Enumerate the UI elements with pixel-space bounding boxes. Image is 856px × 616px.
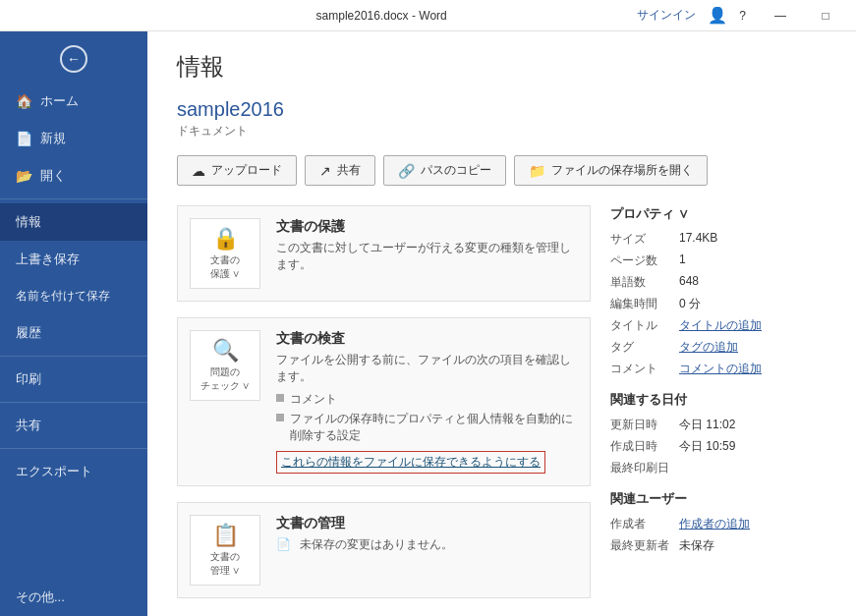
sections-row: 🔒 文書の保護 ∨ 文書の保護 この文書に対してユーザーが行える変更の種類を管理… [177, 205, 827, 614]
prop-tag-value[interactable]: タグの追加 [679, 339, 738, 356]
related-dates-list: 更新日時 今日 11:02 作成日時 今日 10:59 最終印刷日 [610, 417, 827, 476]
manage-icon-label: 文書の管理 ∨ [210, 550, 241, 578]
section-inspect: 🔍 問題のチェック ∨ 文書の検査 ファイルを公開する前に、ファイルの次の項目を… [177, 317, 591, 486]
sidebar-label-share: 共有 [16, 417, 41, 434]
prop-comment-label: コメント [610, 361, 679, 377]
prop-updated-label: 更新日時 [610, 417, 679, 433]
sidebar-label-new: 新規 [40, 130, 66, 147]
section-protect: 🔒 文書の保護 ∨ 文書の保護 この文書に対してユーザーが行える変更の種類を管理… [177, 205, 591, 302]
sidebar-item-new[interactable]: 📄 新規 [0, 120, 147, 157]
prop-lastmodified-value: 未保存 [679, 537, 714, 554]
bullet-comment: コメント [276, 391, 578, 408]
prop-size-label: サイズ [610, 231, 679, 248]
sidebar-item-info[interactable]: 情報 [0, 203, 147, 241]
prop-words-value: 648 [679, 274, 699, 291]
prop-author-label: 作成者 [610, 516, 679, 532]
sidebar-label-print: 印刷 [16, 370, 41, 388]
bullet-text-2: ファイルの保存時にプロパティと個人情報を自動的に削除する設定 [290, 411, 578, 444]
manage-icon-box[interactable]: 📋 文書の管理 ∨ [190, 515, 260, 586]
doc-type: ドキュメント [177, 123, 827, 140]
prop-created-value: 今日 10:59 [679, 438, 735, 455]
protect-desc: この文書に対してユーザーが行える変更の種類を管理します。 [276, 240, 578, 273]
minimize-button[interactable]: — [758, 0, 803, 31]
inspect-icon: 🔍 [212, 338, 239, 364]
protect-icon-box[interactable]: 🔒 文書の保護 ∨ [190, 218, 260, 289]
prop-title-label: タイトル [610, 317, 679, 334]
lock-icon: 🔒 [212, 226, 239, 252]
new-icon: 📄 [16, 131, 32, 146]
related-users-list: 作成者 作成者の追加 最終更新者 未保存 [610, 516, 827, 554]
folder-icon: 📁 [529, 163, 545, 179]
sidebar-item-save[interactable]: 上書き保存 [0, 241, 147, 278]
inspect-icon-box[interactable]: 🔍 問題のチェック ∨ [190, 330, 260, 401]
sidebar-item-other[interactable]: その他... [0, 579, 147, 616]
prop-lastmodified: 最終更新者 未保存 [610, 537, 827, 554]
prop-pages-label: ページ数 [610, 252, 679, 269]
share-label: 共有 [337, 162, 361, 179]
manage-title: 文書の管理 [276, 515, 578, 532]
prop-edittime-value: 0 分 [679, 296, 701, 312]
inspect-bullets: コメント ファイルの保存時にプロパティと個人情報を自動的に削除する設定 [276, 391, 578, 444]
properties-list: サイズ 17.4KB ページ数 1 単語数 648 編集時間 0 分 [610, 231, 827, 377]
sidebar-item-print[interactable]: 印刷 [0, 361, 147, 398]
sidebar-item-home[interactable]: 🏠 ホーム [0, 83, 147, 120]
sidebar-divider-1 [0, 198, 147, 199]
prop-edittime: 編集時間 0 分 [610, 296, 827, 312]
protect-icon-label: 文書の保護 ∨ [210, 253, 241, 281]
prop-title-value[interactable]: タイトルの追加 [679, 317, 762, 334]
copypath-button[interactable]: 🔗 パスのコピー [383, 155, 506, 186]
sidebar-label-export: エクスポート [16, 463, 92, 480]
inspect-desc: ファイルを公開する前に、ファイルの次の項目を確認します。 [276, 352, 578, 385]
sidebar-item-history[interactable]: 履歴 [0, 314, 147, 352]
titlebar-right: サインイン 👤 ? — □ [637, 0, 848, 31]
share-icon: ↗ [319, 163, 331, 179]
prop-author: 作成者 作成者の追加 [610, 516, 827, 532]
sidebar-item-export[interactable]: エクスポート [0, 453, 147, 490]
prop-pages: ページ数 1 [610, 252, 827, 269]
signin-button[interactable]: サインイン [637, 7, 696, 24]
sections-right: プロパティ ∨ サイズ 17.4KB ページ数 1 単語数 648 [610, 205, 827, 614]
titlebar: sample2016.docx - Word サインイン 👤 ? — □ [0, 0, 856, 31]
sidebar-item-share[interactable]: 共有 [0, 407, 147, 444]
help-button[interactable]: ? [739, 9, 746, 23]
link-icon: 🔗 [398, 163, 415, 179]
protect-content: 文書の保護 この文書に対してユーザーが行える変更の種類を管理します。 [276, 218, 578, 279]
sidebar-label-other: その他... [16, 588, 65, 606]
related-dates-title: 関連する日付 [610, 391, 827, 409]
sidebar: ← 🏠 ホーム 📄 新規 📂 開く 情報 上書き保存 名前を付けて保存 履歴 印 [0, 31, 147, 616]
sidebar-divider-3 [0, 402, 147, 403]
prop-tag: タグ タグの追加 [610, 339, 827, 356]
sidebar-label-info: 情報 [16, 213, 41, 231]
home-icon: 🏠 [16, 93, 32, 109]
prop-created: 作成日時 今日 10:59 [610, 438, 827, 455]
protect-title: 文書の保護 [276, 218, 578, 236]
prop-edittime-label: 編集時間 [610, 296, 679, 312]
prop-author-value[interactable]: 作成者の追加 [679, 516, 750, 532]
properties-title[interactable]: プロパティ ∨ [610, 205, 827, 223]
prop-words: 単語数 648 [610, 274, 827, 291]
sidebar-item-open[interactable]: 📂 開く [0, 157, 147, 195]
properties-label: プロパティ ∨ [610, 205, 689, 223]
bullet-autoprop: ファイルの保存時にプロパティと個人情報を自動的に削除する設定 [276, 411, 578, 444]
sidebar-label-saveas: 名前を付けて保存 [16, 288, 110, 305]
related-users-title: 関連ユーザー [610, 490, 827, 508]
restore-button[interactable]: □ [803, 0, 848, 31]
prop-comment: コメント コメントの追加 [610, 361, 827, 377]
manage-desc: 📄 未保存の変更はありません。 [276, 536, 578, 553]
share-button[interactable]: ↗ 共有 [305, 155, 375, 186]
inspect-icon-label: 問題のチェック ∨ [200, 365, 251, 393]
prop-updated-value: 今日 11:02 [679, 417, 735, 433]
prop-pages-value: 1 [679, 252, 686, 269]
sidebar-item-saveas[interactable]: 名前を付けて保存 [0, 278, 147, 314]
prop-tag-label: タグ [610, 339, 679, 356]
doc-name: sample2016 [177, 98, 827, 121]
save-info-link[interactable]: これらの情報をファイルに保存できるようにする [276, 451, 545, 474]
prop-lastprint-label: 最終印刷日 [610, 460, 679, 476]
openlocation-button[interactable]: 📁 ファイルの保存場所を開く [514, 155, 708, 186]
section-manage: 📋 文書の管理 ∨ 文書の管理 📄 未保存の変更はありません。 [177, 502, 591, 598]
upload-button[interactable]: ☁ アップロード [177, 155, 297, 186]
prop-comment-value[interactable]: コメントの追加 [679, 361, 762, 377]
back-button[interactable]: ← [0, 35, 147, 83]
sections-left: 🔒 文書の保護 ∨ 文書の保護 この文書に対してユーザーが行える変更の種類を管理… [177, 205, 591, 614]
action-buttons-row: ☁ アップロード ↗ 共有 🔗 パスのコピー 📁 ファイルの保存場所を開く [177, 155, 827, 186]
